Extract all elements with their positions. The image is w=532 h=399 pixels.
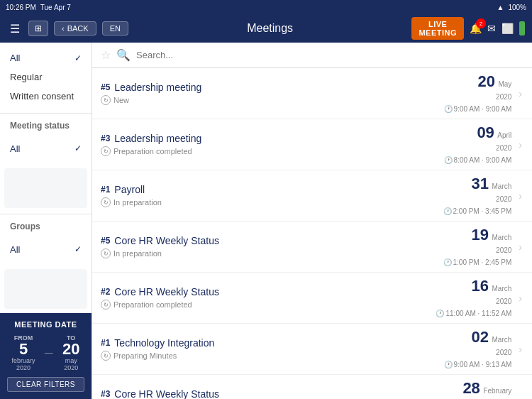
chevron-right-icon-4: › — [516, 293, 525, 304]
meeting-row[interactable]: #3 Core HR Weekly Status ↻ Preparing Min… — [92, 375, 532, 399]
date-day-3: 19 — [472, 226, 489, 244]
meeting-row[interactable]: #3 Leadership meeting ↻ Preparation comp… — [92, 119, 532, 170]
star-icon[interactable]: ☆ — [101, 48, 111, 62]
notifications-button[interactable]: 🔔 2 — [470, 23, 482, 34]
meeting-title-row-2: #1 Payroll — [101, 184, 424, 195]
date-display-4: 16 March2020 — [472, 278, 512, 307]
search-bar: ☆ 🔍 — [92, 43, 532, 68]
meeting-row[interactable]: #2 Core HR Weekly Status ↻ Preparation c… — [92, 273, 532, 324]
meeting-status-row-1: ↻ Preparation completed — [101, 146, 424, 156]
meeting-number-1: #3 — [101, 133, 110, 143]
date-range-row: FROM 5 february 2020 — TO 20 may 2020 — [7, 334, 84, 371]
meeting-name-4: Core HR Weekly Status — [114, 286, 219, 297]
search-input[interactable] — [136, 50, 523, 60]
mail-button[interactable]: ✉ — [487, 23, 496, 34]
date-time-4: 🕐 11:00 AM · 11:52 AM — [436, 310, 511, 317]
clock-icon-3: 🕐 — [443, 258, 452, 266]
time-range-4: 11:00 AM · 11:52 AM — [445, 310, 511, 317]
date-time-0: 🕐 9:00 AM · 9:00 AM — [444, 105, 512, 113]
meeting-date-col-2: 31 March2020 🕐 2:00 PM · 3:45 PM › — [433, 170, 532, 221]
from-day: 5 — [12, 341, 35, 357]
battery-icon: 100% — [508, 4, 526, 11]
green-indicator — [519, 21, 525, 35]
meeting-status-label: Meeting status — [0, 115, 92, 133]
chevron-right-icon-6: › — [516, 395, 525, 400]
date-day-5: 02 — [472, 328, 489, 346]
groups-label: Groups — [0, 216, 92, 234]
meeting-name-6: Core HR Weekly Status — [114, 388, 219, 399]
time-range-2: 2:00 PM · 3:45 PM — [453, 207, 512, 215]
status-icon-0: ↻ — [101, 95, 111, 105]
clock-icon-0: 🕐 — [444, 105, 453, 113]
meeting-status-row-4: ↻ Preparation completed — [101, 300, 420, 310]
clock-icon-5: 🕐 — [444, 361, 453, 368]
sidebar-item-groups-all[interactable]: All ✓ — [0, 240, 92, 259]
clear-filters-button[interactable]: CLEAR FILTERS — [7, 377, 84, 392]
filter-section: All ✓ Regular Written consent — [0, 43, 92, 111]
meeting-name-1: Leadership meeting — [114, 133, 201, 144]
meeting-main-2: #1 Payroll ↻ In preparation — [92, 170, 433, 221]
to-date-box: TO 20 may 2020 — [62, 334, 79, 371]
status-text-0: New — [113, 96, 129, 104]
time-range-1: 8:00 AM · 9:00 AM — [454, 156, 512, 164]
sidebar-item-status-all[interactable]: All ✓ — [0, 139, 92, 158]
meeting-row[interactable]: #1 Payroll ↻ In preparation 31 March2020… — [92, 170, 532, 222]
meeting-date-col-5: 02 March2020 🕐 9:00 AM · 9:13 AM › — [433, 324, 532, 374]
meeting-name-5: Technology Integration — [114, 337, 214, 349]
status-time: 10:26 PM — [6, 4, 36, 11]
status-filter-area — [4, 168, 87, 208]
home-button[interactable]: ⊞ — [28, 21, 48, 36]
chevron-right-icon-5: › — [516, 344, 525, 355]
date-day-1: 09 — [477, 124, 494, 141]
groups-section: All ✓ — [0, 234, 92, 265]
meeting-title-row-4: #2 Core HR Weekly Status — [101, 286, 420, 297]
meeting-date-col-4: 16 March2020 🕐 11:00 AM · 11:52 AM › — [428, 273, 532, 323]
meeting-date-col-0: 20 May2020 🕐 9:00 AM · 9:00 AM › — [433, 68, 532, 119]
status-icon-2: ↻ — [101, 197, 111, 207]
header-title: Meetings — [134, 22, 406, 35]
status-icon-4: ↻ — [101, 300, 111, 310]
lang-button[interactable]: EN — [102, 21, 128, 35]
back-button[interactable]: ‹ BACK — [54, 21, 96, 35]
sidebar-item-all[interactable]: All ✓ — [0, 48, 92, 67]
meeting-main-1: #3 Leadership meeting ↻ Preparation comp… — [92, 119, 433, 170]
status-text-5: Preparing Minutes — [113, 351, 177, 360]
date-month-year-2: March2020 — [492, 182, 512, 203]
sidebar-item-written-consent[interactable]: Written consent — [0, 87, 92, 106]
date-time-2: 🕐 2:00 PM · 3:45 PM — [443, 207, 512, 215]
date-separator: — — [45, 348, 53, 358]
status-date: Tue Apr 7 — [40, 4, 71, 11]
sidebar-item-regular[interactable]: Regular — [0, 67, 92, 87]
date-display-2: 31 March2020 — [472, 176, 512, 204]
status-bar-left: 10:26 PM Tue Apr 7 — [6, 4, 71, 11]
date-display-5: 02 March2020 — [472, 329, 512, 358]
meeting-title-row-1: #3 Leadership meeting — [101, 133, 424, 144]
chevron-right-icon-3: › — [516, 241, 525, 253]
meeting-row[interactable]: #1 Technology Integration ↻ Preparing Mi… — [92, 324, 532, 375]
notification-badge: 2 — [476, 18, 486, 28]
window-button[interactable]: ⬜ — [501, 23, 514, 34]
meeting-row[interactable]: #5 Core HR Weekly Status ↻ In preparatio… — [92, 222, 532, 273]
status-icon-1: ↻ — [101, 146, 111, 156]
meeting-name-0: Leadership meeting — [114, 82, 201, 93]
date-month-year-0: May2020 — [496, 80, 511, 101]
header-icons: 🔔 2 ✉ ⬜ — [470, 21, 525, 35]
meeting-main-5: #1 Technology Integration ↻ Preparing Mi… — [92, 324, 433, 374]
from-year: 2020 — [12, 364, 35, 371]
chevron-right-icon-1: › — [516, 139, 525, 151]
meeting-row[interactable]: #5 Leadership meeting ↻ New 20 May2020 🕐… — [92, 68, 532, 119]
groups-checkmark-icon: ✓ — [74, 244, 82, 254]
date-month-year-1: April2020 — [496, 131, 511, 152]
checkmark-icon: ✓ — [74, 53, 82, 63]
live-meeting-button[interactable]: LIVEMEETING — [411, 17, 464, 40]
date-display-3: 19 March2020 — [472, 227, 512, 256]
menu-button[interactable]: ☰ — [7, 19, 23, 38]
meeting-number-2: #1 — [101, 185, 110, 195]
meeting-status-section: All ✓ — [0, 133, 92, 164]
groups-filter-area — [4, 269, 87, 309]
meeting-number-3: #5 — [101, 236, 110, 246]
date-time-3: 🕐 1:00 PM · 2:45 PM — [443, 258, 512, 266]
date-info-col-6: 28 February2020 🕐 11:00 AM · 11:52 AM — [436, 381, 511, 399]
lang-label: EN — [110, 24, 121, 33]
meeting-title-row-6: #3 Core HR Weekly Status — [101, 388, 420, 399]
